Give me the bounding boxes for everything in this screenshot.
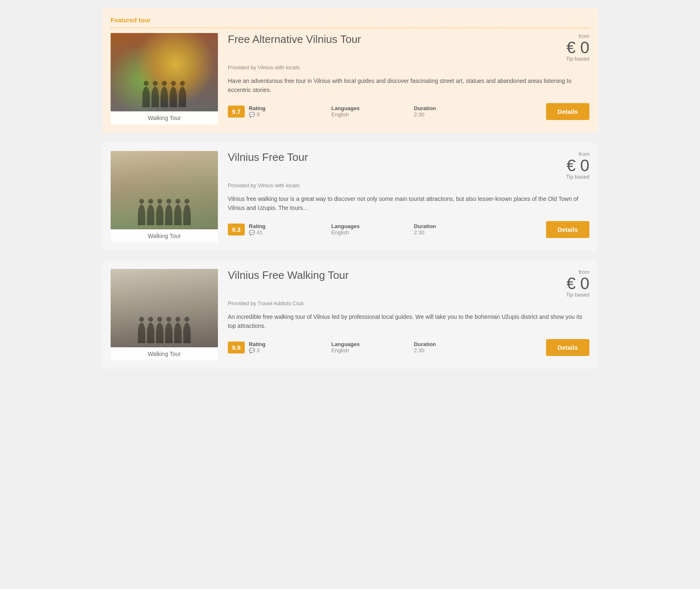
details-button-0[interactable]: Details — [546, 221, 589, 238]
person-silhouette — [183, 205, 191, 225]
person-silhouette — [174, 323, 182, 343]
person-silhouette — [170, 87, 177, 107]
tour-header-1: Vilnius Free Walking Tour from € 0 Tip b… — [228, 269, 589, 298]
lang-label-1: Languages — [331, 341, 414, 347]
person-silhouette — [174, 205, 182, 225]
comment-icon: 💬 — [249, 112, 255, 118]
rating-label-0: Rating — [249, 223, 331, 229]
people-silhouette — [111, 87, 218, 107]
featured-lang-info: Languages English — [331, 105, 414, 118]
featured-tour-footer: 9.7 Rating 💬 9 Languages English Duratio… — [228, 103, 589, 120]
tour-image-wrap-0: Walking Tour — [111, 151, 218, 243]
rating-badge-1: 9.9 — [228, 342, 245, 353]
featured-rating-comments: 💬 9 — [249, 111, 331, 118]
price-tip-0: Tip based — [566, 174, 589, 180]
featured-tour-inner: Walking Tour Free Alternative Vilnius To… — [111, 33, 589, 125]
comment-count-0: 41 — [257, 229, 262, 236]
person-silhouette — [165, 205, 173, 225]
featured-duration-value: 2:30 — [414, 111, 497, 118]
duration-info-1: Duration 2:30 — [414, 341, 497, 353]
rating-comments-0: 💬 41 — [249, 229, 331, 236]
tour-title-0: Vilnius Free Tour — [228, 151, 308, 164]
person-silhouette — [138, 323, 145, 343]
rating-label-1: Rating — [249, 341, 331, 347]
featured-price-block: from € 0 Tip based — [566, 33, 589, 62]
featured-price-tip: Tip based — [566, 56, 589, 62]
price-amount-1: € 0 — [566, 275, 589, 292]
person-silhouette — [156, 323, 163, 343]
tour-card-0: Walking Tour Vilnius Free Tour from € 0 … — [102, 143, 598, 251]
duration-label-1: Duration — [414, 341, 497, 347]
tour-footer-1: 9.9 Rating 💬 3 Languages English Duratio… — [228, 339, 589, 356]
duration-value-1: 2:30 — [414, 347, 497, 353]
rating-info-1: Rating 💬 3 — [249, 341, 331, 353]
featured-tour-title: Free Alternative Vilnius Tour — [228, 33, 361, 46]
price-block-1: from € 0 Tip based — [566, 269, 589, 298]
duration-label-0: Duration — [414, 223, 497, 229]
featured-rating-label: Rating — [249, 105, 331, 111]
featured-tour-header: Free Alternative Vilnius Tour from € 0 T… — [228, 33, 589, 62]
tour-title-1: Vilnius Free Walking Tour — [228, 269, 349, 282]
featured-comment-count: 9 — [257, 111, 260, 118]
featured-details-button[interactable]: Details — [546, 103, 589, 120]
featured-card: Featured tour Walking Tour Free Alt — [102, 8, 598, 133]
person-silhouette — [161, 87, 168, 107]
tour-provider-0: Provided by Vilnius with locals — [228, 182, 589, 188]
featured-price-amount: € 0 — [566, 39, 589, 56]
person-silhouette — [165, 323, 173, 343]
featured-duration-label: Duration — [414, 105, 497, 111]
details-button-1[interactable]: Details — [546, 339, 589, 356]
person-silhouette — [147, 205, 154, 225]
comment-count-1: 3 — [257, 347, 260, 353]
comment-icon-0: 💬 — [249, 230, 255, 236]
duration-info-0: Duration 2:30 — [414, 223, 497, 236]
tour-image-1 — [111, 269, 218, 347]
featured-rating-badge: 9.7 — [228, 106, 245, 118]
tour-content-1: Vilnius Free Walking Tour from € 0 Tip b… — [228, 269, 589, 356]
featured-tour-image-wrap: Walking Tour — [111, 33, 218, 125]
tour-card-1: Walking Tour Vilnius Free Walking Tour f… — [102, 261, 598, 369]
person-silhouette — [156, 205, 163, 225]
rating-comments-1: 💬 3 — [249, 347, 331, 353]
featured-duration-info: Duration 2:30 — [414, 105, 497, 118]
tour-footer-0: 9.3 Rating 💬 41 Languages English Durati… — [228, 221, 589, 238]
comment-icon-1: 💬 — [249, 348, 255, 353]
lang-info-0: Languages English — [331, 223, 414, 236]
price-tip-1: Tip based — [566, 292, 589, 298]
tour-image-label-1: Walking Tour — [111, 347, 218, 360]
lang-label-0: Languages — [331, 223, 414, 229]
featured-tour-provider: Provided by Vilnius with locals — [228, 64, 589, 71]
featured-lang-value: English — [331, 111, 414, 118]
duration-value-0: 2:30 — [414, 229, 497, 236]
lang-value-0: English — [331, 229, 414, 236]
lang-info-1: Languages English — [331, 341, 414, 353]
tour-image-0 — [111, 151, 218, 229]
person-silhouette — [183, 323, 191, 343]
tour-inner-1: Walking Tour Vilnius Free Walking Tour f… — [111, 269, 589, 360]
featured-tour-image — [111, 33, 218, 111]
tour-description-1: An incredible free walking tour of Vilni… — [228, 312, 589, 331]
tour-image-wrap-1: Walking Tour — [111, 269, 218, 360]
rating-info-0: Rating 💬 41 — [249, 223, 331, 236]
tour-header-0: Vilnius Free Tour from € 0 Tip based — [228, 151, 589, 180]
tour-content-0: Vilnius Free Tour from € 0 Tip based Pro… — [228, 151, 589, 238]
person-silhouette — [151, 87, 159, 107]
featured-label: Featured tour — [111, 16, 589, 28]
person-silhouette — [179, 87, 186, 107]
featured-tour-description: Have an adventurous free tour in Vilnius… — [228, 76, 589, 95]
rating-badge-0: 9.3 — [228, 224, 245, 236]
tour-description-0: Vilnius free walking tour is a great way… — [228, 194, 589, 213]
price-amount-0: € 0 — [566, 157, 589, 174]
people-silhouette-0 — [111, 205, 218, 225]
tour-inner-0: Walking Tour Vilnius Free Tour from € 0 … — [111, 151, 589, 243]
page-container: Featured tour Walking Tour Free Alt — [102, 8, 598, 369]
person-silhouette — [147, 323, 154, 343]
person-silhouette — [142, 87, 150, 107]
tour-image-label-0: Walking Tour — [111, 229, 218, 243]
tours-container: Walking Tour Vilnius Free Tour from € 0 … — [102, 143, 598, 369]
price-block-0: from € 0 Tip based — [566, 151, 589, 180]
featured-lang-label: Languages — [331, 105, 414, 111]
tour-provider-1: Provided by Travel Addicts Club — [228, 300, 589, 306]
featured-tour-image-label: Walking Tour — [111, 111, 218, 125]
lang-value-1: English — [331, 347, 414, 353]
